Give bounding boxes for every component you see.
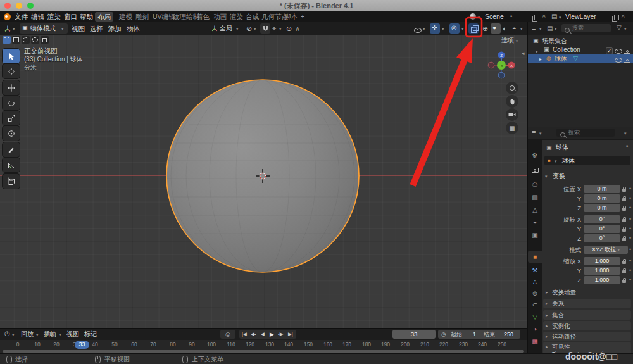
properties-options-dropdown-icon[interactable]: ▾ xyxy=(624,131,627,136)
scene-dropdown-icon[interactable]: ▾ xyxy=(478,15,480,20)
timeline-scrollbar[interactable] xyxy=(3,350,524,353)
viewlayer-name[interactable]: ViewLayer xyxy=(565,11,596,22)
rotation-z-field[interactable]: 0° xyxy=(584,234,620,242)
object-types-dropdown-icon[interactable]: ▾ xyxy=(423,27,425,32)
viewport-menu-view[interactable]: 视图 xyxy=(72,22,85,35)
tab-tool[interactable]: ⚙ xyxy=(528,149,542,161)
pin-icon[interactable]: ⊸ xyxy=(623,142,628,149)
play-button[interactable]: ▶ xyxy=(270,330,274,339)
editor-type-timeline-icon[interactable]: ◷ xyxy=(4,330,10,337)
select-mode-extra-button[interactable] xyxy=(41,36,49,44)
disable-in-render-icon[interactable] xyxy=(624,56,630,65)
location-x-field[interactable]: 0 m xyxy=(584,185,620,193)
tab-sculpting[interactable]: 雕刻 xyxy=(133,12,151,22)
timeline-editor-dropdown-icon[interactable]: ▾ xyxy=(12,332,15,337)
tab-render[interactable] xyxy=(528,164,542,176)
snap-toggle[interactable] xyxy=(260,23,270,34)
orientation-label[interactable]: 全局 xyxy=(220,22,232,35)
mode-selector[interactable]: ▣ 物体模式 ▾ xyxy=(20,23,68,34)
panel-delta-transform[interactable]: ▸变换增量 xyxy=(543,287,631,297)
menu-edit[interactable]: 编辑 xyxy=(31,11,44,22)
scale-x-field[interactable]: 1.000 xyxy=(584,257,620,265)
outliner-row-collection[interactable]: ▾ ▣ Collection ✓ xyxy=(528,46,633,54)
tool-select-button[interactable] xyxy=(3,49,20,63)
zoom-window-button[interactable] xyxy=(27,3,34,9)
show-object-types-icon[interactable] xyxy=(414,27,422,34)
tab-material[interactable]: ◑ xyxy=(528,323,542,335)
panel-collections[interactable]: ▸集合 xyxy=(543,310,631,320)
falloff-curve-icon[interactable]: ∧ xyxy=(295,24,300,33)
proportional-editing-icon[interactable]: ⊙ xyxy=(286,24,292,33)
tool-annotate-button[interactable] xyxy=(3,142,20,157)
blender-logo-icon[interactable] xyxy=(4,13,11,22)
zoom-view-button[interactable] xyxy=(506,82,518,94)
auto-keying-toggle[interactable]: ◎ xyxy=(220,330,235,339)
overlays-dropdown-icon[interactable]: ▾ xyxy=(461,27,464,32)
animate-dot[interactable]: • xyxy=(629,185,631,193)
rotation-mode-select[interactable]: XYZ 欧拉 ▾ xyxy=(584,246,628,254)
animate-dot[interactable]: • xyxy=(629,204,631,212)
tab-physics[interactable]: ⊚ xyxy=(528,287,542,299)
outliner-row-scene-collection[interactable]: ▣ 场景集合 xyxy=(528,37,633,45)
next-keyframe-button[interactable]: •▶ xyxy=(278,330,283,339)
editor-type-dropdown-icon[interactable]: ▾ xyxy=(13,27,15,32)
gizmo-neg-x-axis[interactable] xyxy=(488,62,494,68)
transform-orientation-icon[interactable] xyxy=(211,25,218,32)
panel-instancing[interactable]: ▸实例化 xyxy=(543,321,631,330)
scene-icon[interactable] xyxy=(470,13,476,21)
minimize-window-button[interactable] xyxy=(16,3,22,9)
lock-icon[interactable] xyxy=(622,238,626,241)
camera-view-button[interactable] xyxy=(506,108,518,121)
gizmo-neg-z-axis[interactable] xyxy=(498,72,505,78)
play-reverse-button[interactable]: ◀ xyxy=(261,330,265,339)
tool-scale-button[interactable] xyxy=(3,111,20,125)
animate-dot[interactable]: • xyxy=(629,225,631,233)
lock-icon[interactable] xyxy=(622,261,626,264)
tool-move-button[interactable] xyxy=(3,80,20,95)
shading-dropdown-icon[interactable]: ▾ xyxy=(520,27,523,32)
panel-relations[interactable]: ▸关系 xyxy=(543,299,631,308)
tool-transform-button[interactable] xyxy=(3,126,20,141)
snap-dropdown-icon[interactable]: ▾ xyxy=(279,27,282,32)
jump-to-end-button[interactable]: ▶| xyxy=(288,330,293,339)
orientation-dropdown-icon[interactable]: ▾ xyxy=(236,27,239,32)
playhead-marker[interactable]: 33 xyxy=(75,341,89,349)
options-button[interactable]: 选项 ▾ xyxy=(501,36,518,45)
tab-animation[interactable]: 动画 xyxy=(211,12,229,22)
shading-rendered-icon[interactable]: ◓ xyxy=(512,24,517,33)
animate-dot[interactable]: • xyxy=(629,215,631,223)
snap-target-icon[interactable]: ⌖ xyxy=(272,24,276,33)
timeline-menu-marker[interactable]: 标记 xyxy=(84,329,97,340)
prev-keyframe-button[interactable]: ◀• xyxy=(251,330,256,339)
clock-icon[interactable]: ◷ xyxy=(441,330,446,339)
animate-dot[interactable]: • xyxy=(629,246,631,254)
add-workspace-button[interactable]: + xyxy=(298,12,307,22)
lock-icon[interactable] xyxy=(622,280,626,283)
scene-name[interactable]: Scene xyxy=(485,11,504,22)
filter-icon[interactable]: ▽ xyxy=(617,24,622,31)
outliner-row-sphere[interactable]: ▸ ◍ 球体 ▽ xyxy=(528,54,633,63)
start-frame-field[interactable]: 1 xyxy=(473,330,476,339)
show-overlays-toggle[interactable]: ◎ xyxy=(449,23,460,34)
tab-modeling[interactable]: 建模 xyxy=(116,12,135,22)
lock-icon[interactable] xyxy=(622,229,626,232)
editor-type-3d-viewport-icon[interactable] xyxy=(4,25,11,32)
pivot-dropdown-icon[interactable]: ▾ xyxy=(254,27,256,32)
delete-viewlayer-icon[interactable]: × xyxy=(621,12,625,20)
scale-z-field[interactable]: 1.000 xyxy=(584,276,620,284)
jump-to-start-button[interactable]: |◀ xyxy=(242,330,247,339)
viewport-menu-select[interactable]: 选择 xyxy=(90,22,103,35)
end-frame-field[interactable]: 250 xyxy=(504,330,513,339)
pin-scene-icon[interactable]: ⊸ xyxy=(507,13,512,20)
sidebar-toggle-icon[interactable]: ◂ xyxy=(522,50,525,56)
lock-icon[interactable] xyxy=(622,208,626,211)
rotation-x-field[interactable]: 0° xyxy=(584,215,620,223)
viewlayer-icon[interactable]: ▤ xyxy=(551,13,557,20)
select-mode-circle-button[interactable] xyxy=(22,36,30,44)
viewport-menu-add[interactable]: 添加 xyxy=(108,22,122,35)
tool-add-primitive-button[interactable] xyxy=(3,174,20,189)
shading-material-icon[interactable]: ◐ xyxy=(503,24,507,33)
collection-checkbox[interactable]: ✓ xyxy=(606,46,613,54)
viewport-canvas[interactable]: 正交前视图 (33) Collection | 球体 分米 选项 ▾ Z X -… xyxy=(0,35,527,328)
animate-dot[interactable]: • xyxy=(629,194,631,203)
